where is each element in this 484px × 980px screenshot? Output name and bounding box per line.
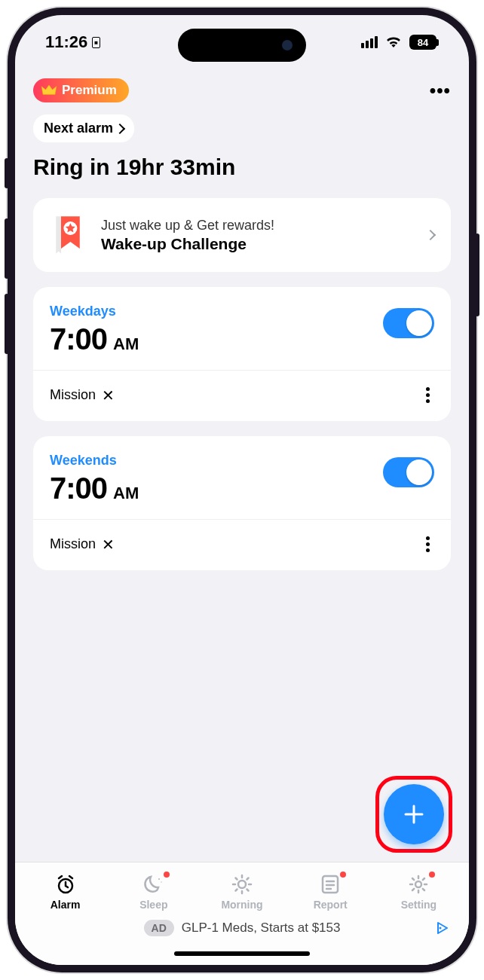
alarm-card-weekends[interactable]: Weekends 7:00 AM Mission ✕ <box>33 436 451 570</box>
ribbon-icon <box>50 215 86 255</box>
status-time: 11:26 <box>45 32 87 52</box>
notification-dot <box>164 872 170 878</box>
alarm-toggle[interactable] <box>383 457 434 487</box>
alarm-icon <box>55 874 76 895</box>
svg-point-2 <box>158 878 160 880</box>
tab-label: Setting <box>401 899 437 911</box>
notification-dot <box>340 872 346 878</box>
cellular-icon <box>361 36 378 48</box>
notch <box>178 29 306 62</box>
plus-icon <box>403 803 425 826</box>
add-alarm-button[interactable] <box>384 784 444 844</box>
mission-label: Mission <box>50 387 96 403</box>
chevron-right-icon <box>425 230 436 240</box>
next-alarm-label: Next alarm <box>44 121 113 136</box>
challenge-subtitle: Just wake up & Get rewards! <box>101 218 412 234</box>
premium-label: Premium <box>62 83 117 98</box>
alarm-menu-button[interactable] <box>421 532 434 557</box>
tab-label: Sleep <box>139 899 167 911</box>
bottom-area: Alarm Sleep Morning Report <box>15 862 469 965</box>
report-icon <box>320 874 340 895</box>
tab-setting[interactable]: Setting <box>375 873 463 911</box>
gear-icon <box>408 874 429 895</box>
chevron-right-icon <box>115 123 125 133</box>
alarm-menu-button[interactable] <box>421 383 434 408</box>
battery-icon: 84 <box>409 35 439 50</box>
alarm-toggle[interactable] <box>383 308 434 338</box>
moon-icon <box>143 874 164 895</box>
svg-point-6 <box>415 881 421 887</box>
main-content: Premium ••• Next alarm Ring in 19hr 33mi… <box>15 65 469 862</box>
tab-label: Alarm <box>51 899 81 911</box>
tab-morning[interactable]: Morning <box>198 873 286 911</box>
adchoices-icon[interactable] <box>434 920 449 936</box>
tab-alarm[interactable]: Alarm <box>21 873 109 911</box>
svg-point-3 <box>161 881 161 882</box>
alarm-period: AM <box>113 334 139 354</box>
challenge-title: Wake-up Challenge <box>101 235 412 253</box>
ring-in-headline: Ring in 19hr 33min <box>33 154 451 180</box>
alarm-card-weekdays[interactable]: Weekdays 7:00 AM Mission ✕ <box>33 287 451 421</box>
crown-icon <box>41 84 57 97</box>
mission-label: Mission <box>50 536 96 552</box>
ad-text: GLP-1 Meds, Starts at $153 <box>182 920 341 936</box>
home-indicator[interactable] <box>174 951 310 956</box>
next-alarm-chip[interactable]: Next alarm <box>33 114 134 142</box>
phone-frame: 11:26 ■ 84 Premium ••• Nex <box>8 8 476 972</box>
wakeup-challenge-card[interactable]: Just wake up & Get rewards! Wake-up Chal… <box>33 198 451 272</box>
premium-badge[interactable]: Premium <box>33 78 129 102</box>
x-icon: ✕ <box>102 536 115 554</box>
notification-dot <box>429 872 435 878</box>
alarm-period: AM <box>113 484 139 503</box>
tab-report[interactable]: Report <box>286 873 375 911</box>
alarm-time: 7:00 <box>50 472 107 505</box>
wifi-icon <box>385 36 402 48</box>
tab-label: Report <box>314 899 348 911</box>
tab-label: Morning <box>221 899 262 911</box>
tab-sleep[interactable]: Sleep <box>109 873 198 911</box>
sim-icon: ■ <box>92 37 100 48</box>
svg-point-4 <box>238 881 246 888</box>
ad-badge: AD <box>144 920 174 936</box>
ad-banner[interactable]: AD GLP-1 Meds, Starts at $153 <box>15 914 469 951</box>
alarm-tag: Weekdays <box>50 304 139 319</box>
fab-highlight <box>375 776 452 853</box>
sun-icon <box>231 873 253 896</box>
x-icon: ✕ <box>102 386 115 405</box>
more-button[interactable]: ••• <box>430 80 451 101</box>
tab-bar: Alarm Sleep Morning Report <box>15 862 469 914</box>
alarm-time: 7:00 <box>50 322 107 356</box>
screen: 11:26 ■ 84 Premium ••• Nex <box>15 15 469 965</box>
svg-point-7 <box>440 927 442 930</box>
alarm-tag: Weekends <box>50 453 139 469</box>
